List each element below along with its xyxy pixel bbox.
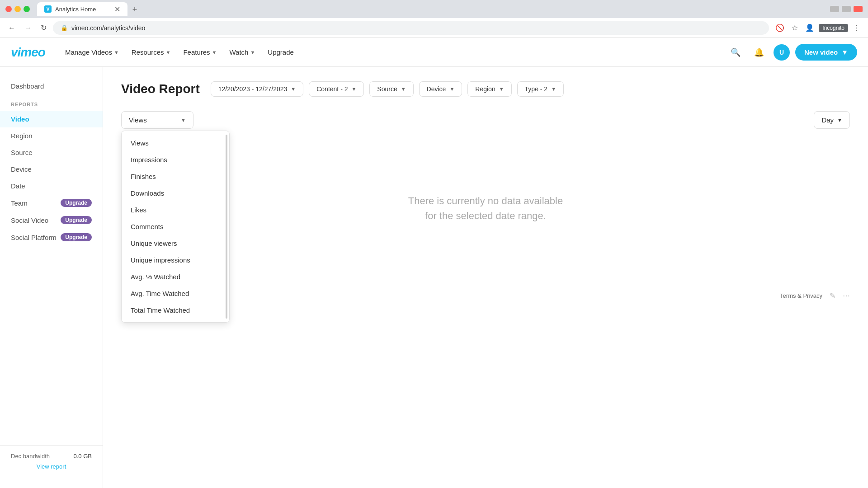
address-bar[interactable]: 🔒 vimeo.com/analytics/video [53,21,769,35]
minimize-window-btn[interactable] [14,6,21,12]
metric-dropdown-menu: Views Impressions Finishes Downloads Lik… [121,131,230,323]
maximize-window-btn[interactable] [24,6,30,12]
upgrade-nav[interactable]: Upgrade [262,45,299,60]
sidebar-item-dashboard[interactable]: Dashboard [0,78,103,94]
region-filter[interactable]: Region ▼ [467,81,511,97]
source-filter[interactable]: Source ▼ [369,81,413,97]
sidebar-item-region[interactable]: Region [0,127,103,144]
device-filter[interactable]: Device ▼ [419,81,462,97]
chevron-down-icon: ▼ [114,50,119,55]
active-tab[interactable]: V Analytics Home ✕ [37,2,127,16]
resources-nav[interactable]: Resources ▼ [126,45,176,60]
metric-option-avg-pct-watched[interactable]: Avg. % Watched [122,268,229,285]
watch-nav[interactable]: Watch ▼ [224,45,260,60]
new-video-button[interactable]: New video ▼ [795,44,857,61]
chevron-down-icon: ▼ [551,86,556,92]
metric-option-downloads[interactable]: Downloads [122,185,229,202]
metric-selected-label: Views [129,116,147,124]
chevron-down-icon: ▼ [841,48,848,56]
search-btn[interactable]: 🔍 [726,43,745,61]
sidebar-item-device[interactable]: Device [0,161,103,178]
metric-option-views[interactable]: Views [122,135,229,151]
date-range-filter[interactable]: 12/20/2023 - 12/27/2023 ▼ [211,81,303,97]
url-text: vimeo.com/analytics/video [71,24,145,32]
chevron-down-icon: ▼ [291,86,296,92]
more-options-icon[interactable]: ⋯ [843,291,850,300]
chevron-down-icon: ▼ [181,117,186,123]
content-area: Dashboard REPORTS Video Region Source De… [0,67,868,488]
period-select[interactable]: Day ▼ [814,111,850,129]
upgrade-badge-social-platform[interactable]: Upgrade [61,233,92,241]
metric-option-impressions[interactable]: Impressions [122,151,229,168]
sidebar-item-team[interactable]: Team Upgrade [0,194,103,211]
dropdown-scrollbar[interactable] [226,135,227,319]
refresh-btn[interactable]: ↻ [38,21,49,35]
period-selected-label: Day [821,116,834,124]
no-data-message: There is currently no data available for… [408,193,563,223]
lock-icon: 🔒 [61,24,68,31]
forward-btn[interactable]: → [22,21,34,35]
chevron-down-icon: ▼ [449,86,454,92]
bandwidth-label: Dec bandwidth [11,453,50,460]
metric-option-likes[interactable]: Likes [122,202,229,218]
new-tab-btn[interactable]: + [128,4,141,16]
sidebar-item-source[interactable]: Source [0,144,103,161]
notifications-btn[interactable]: 🔔 [750,43,768,61]
chevron-down-icon: ▼ [837,117,842,123]
terms-privacy-link[interactable]: Terms & Privacy [780,292,822,299]
browser-actions: 🚫 ☆ 👤 Incognito ⋮ [773,21,863,35]
chart-controls: Views ▼ Views Impressions Finishes Downl… [121,111,850,129]
page-header: Video Report 12/20/2023 - 12/27/2023 ▼ C… [121,81,850,97]
metric-option-comments[interactable]: Comments [122,218,229,235]
app: vimeo Manage Videos ▼ Resources ▼ Featur… [0,38,868,488]
sidebar-item-video[interactable]: Video [0,111,103,127]
metric-option-avg-time-watched[interactable]: Avg. Time Watched [122,285,229,302]
back-btn[interactable]: ← [5,21,18,35]
tab-close-btn[interactable]: ✕ [114,5,120,14]
browser-tabs: V Analytics Home ✕ + [37,2,141,16]
page-title: Video Report [121,82,200,96]
tab-title: Analytics Home [55,6,96,13]
browser-titlebar: V Analytics Home ✕ + [0,0,868,18]
metric-select-button[interactable]: Views ▼ [121,111,193,129]
sidebar-item-social-platform[interactable]: Social Platform Upgrade [0,229,103,246]
bookmark-btn[interactable]: ☆ [789,21,801,35]
view-report-link[interactable]: View report [11,463,92,470]
top-nav-actions: 🔍 🔔 U New video ▼ [726,43,857,61]
type-filter[interactable]: Type - 2 ▼ [517,81,564,97]
nav-links: Manage Videos ▼ Resources ▼ Features ▼ W… [60,45,712,60]
top-nav: vimeo Manage Videos ▼ Resources ▼ Featur… [0,38,868,67]
sidebar: Dashboard REPORTS Video Region Source De… [0,67,103,488]
minimize-btn[interactable] [830,6,839,12]
upgrade-badge-social-video[interactable]: Upgrade [61,216,92,224]
menu-btn[interactable]: ⋮ [850,21,863,35]
restore-btn[interactable] [842,6,851,12]
vimeo-logo[interactable]: vimeo [11,45,45,60]
close-btn[interactable] [854,6,863,12]
avatar[interactable]: U [774,44,790,61]
chevron-down-icon: ▼ [250,50,255,55]
window-controls[interactable] [5,6,30,12]
metric-option-finishes[interactable]: Finishes [122,168,229,185]
sidebar-item-social-video[interactable]: Social Video Upgrade [0,211,103,229]
profile-btn[interactable]: 👤 [802,21,817,35]
sidebar-item-date[interactable]: Date [0,178,103,194]
incognito-badge: Incognito [819,24,848,32]
chevron-down-icon: ▼ [166,50,171,55]
bandwidth-row: Dec bandwidth 0.0 GB [11,453,92,460]
filter-row: 12/20/2023 - 12/27/2023 ▼ Content - 2 ▼ … [211,81,564,97]
upgrade-badge-team[interactable]: Upgrade [61,199,92,207]
close-window-btn[interactable] [5,6,12,12]
no-camera-btn[interactable]: 🚫 [773,21,787,35]
no-data-area: There is currently no data available for… [121,136,850,281]
metric-option-unique-viewers[interactable]: Unique viewers [122,235,229,252]
chevron-down-icon: ▼ [351,86,356,92]
metric-option-unique-impressions[interactable]: Unique impressions [122,252,229,268]
features-nav[interactable]: Features ▼ [178,45,222,60]
manage-videos-nav[interactable]: Manage Videos ▼ [60,45,124,60]
bandwidth-value: 0.0 GB [74,453,92,460]
metric-option-total-time-watched[interactable]: Total Time Watched [122,302,229,319]
edit-icon[interactable]: ✎ [830,291,835,300]
content-filter[interactable]: Content - 2 ▼ [309,81,364,97]
main-content: Video Report 12/20/2023 - 12/27/2023 ▼ C… [103,67,868,488]
